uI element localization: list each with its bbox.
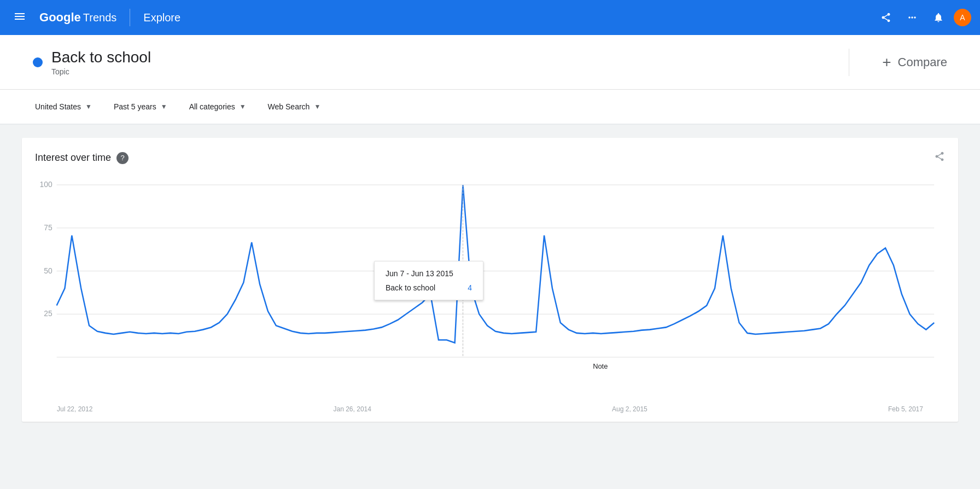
filters-bar: United States ▼ Past 5 years ▼ All categ… <box>0 90 980 125</box>
chart-title: Interest over time <box>35 152 111 164</box>
trend-line <box>57 185 935 343</box>
search-type-filter[interactable]: Web Search ▼ <box>266 98 323 115</box>
region-filter[interactable]: United States ▼ <box>33 98 94 115</box>
chart-svg: 100 75 50 25 Note <box>35 173 945 403</box>
main-content: Interest over time ? 100 75 50 <box>0 125 980 435</box>
compare-label: Compare <box>898 55 947 69</box>
category-label: All categories <box>189 102 235 111</box>
search-term-section: Back to school Topic <box>33 49 849 76</box>
tooltip-value: 4 <box>468 283 472 292</box>
google-logo-text: Google <box>39 10 81 25</box>
notifications-button[interactable] <box>928 7 949 28</box>
svg-text:25: 25 <box>44 309 52 318</box>
x-label-0: Jul 22, 2012 <box>57 405 92 413</box>
compare-plus-icon: + <box>882 54 891 71</box>
x-label-3: Feb 5, 2017 <box>888 405 923 413</box>
chart-area: 100 75 50 25 Note Jun 7 - Jun 13 201 <box>35 173 945 403</box>
search-bar: Back to school Topic + Compare <box>0 35 980 90</box>
header: Google Trends Explore A <box>0 0 980 35</box>
term-type: Topic <box>51 67 151 76</box>
x-label-1: Jan 26, 2014 <box>334 405 371 413</box>
term-name: Back to school <box>51 49 151 66</box>
menu-icon[interactable] <box>9 5 31 30</box>
tooltip-term: Back to school <box>386 283 435 292</box>
apps-button[interactable] <box>901 7 923 28</box>
svg-text:50: 50 <box>44 266 52 275</box>
search-term-text: Back to school Topic <box>51 49 151 76</box>
share-button[interactable] <box>875 7 897 28</box>
x-axis-labels: Jul 22, 2012 Jan 26, 2014 Aug 2, 2015 Fe… <box>35 403 945 413</box>
chart-header: Interest over time ? <box>35 151 945 165</box>
help-icon[interactable]: ? <box>116 152 129 164</box>
header-divider <box>130 9 130 26</box>
time-period-label: Past 5 years <box>114 102 156 111</box>
region-chevron: ▼ <box>85 103 92 110</box>
trends-label: Trends <box>83 11 117 24</box>
explore-label: Explore <box>143 11 180 24</box>
compare-section[interactable]: + Compare <box>849 54 947 71</box>
svg-text:100: 100 <box>40 180 52 189</box>
header-icons: A <box>875 7 971 28</box>
svg-text:75: 75 <box>44 223 52 232</box>
tooltip-date: Jun 7 - Jun 13 2015 <box>386 269 472 278</box>
chart-tooltip: Jun 7 - Jun 13 2015 Back to school 4 <box>374 261 483 300</box>
category-filter[interactable]: All categories ▼ <box>187 98 248 115</box>
chart-title-group: Interest over time ? <box>35 152 129 164</box>
chart-card: Interest over time ? 100 75 50 <box>22 138 958 422</box>
time-period-filter[interactable]: Past 5 years ▼ <box>112 98 170 115</box>
category-chevron: ▼ <box>240 103 246 110</box>
avatar[interactable]: A <box>954 9 971 26</box>
search-type-label: Web Search <box>268 102 310 111</box>
time-chevron: ▼ <box>161 103 167 110</box>
google-trends-logo[interactable]: Google Trends <box>39 10 116 25</box>
note-label: Note <box>593 362 608 370</box>
chart-share-icon[interactable] <box>934 151 945 165</box>
search-type-chevron: ▼ <box>314 103 320 110</box>
region-label: United States <box>35 102 81 111</box>
term-color-indicator <box>33 57 43 67</box>
x-label-2: Aug 2, 2015 <box>612 405 648 413</box>
tooltip-row: Back to school 4 <box>386 283 472 292</box>
